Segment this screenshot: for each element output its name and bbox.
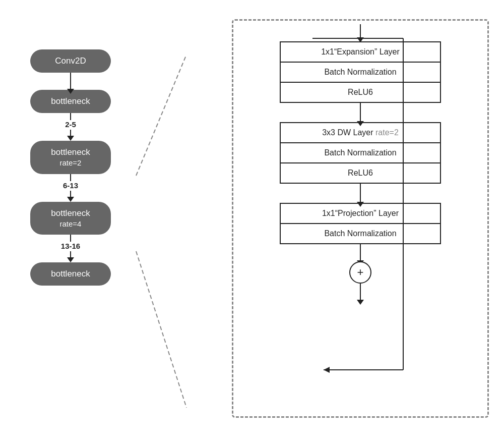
arrow-to-add bbox=[360, 244, 361, 261]
dw-layer-cell: 3x3 DW Layer rate=2 bbox=[281, 123, 440, 143]
batch-norm-1-cell: Batch Normalization bbox=[281, 63, 440, 83]
dw-group: 3x3 DW Layer rate=2 Batch Normalization … bbox=[280, 122, 441, 184]
bottleneck3-node: bottleneck rate=4 bbox=[30, 202, 111, 235]
expansion-group: 1x1“Expansion” Layer Batch Normalization… bbox=[280, 41, 441, 103]
arrow-between-2-3 bbox=[360, 184, 361, 203]
relu6-1-cell: ReLU6 bbox=[281, 83, 440, 102]
bottom-output-arrow bbox=[360, 284, 361, 301]
expansion-layer-cell: 1x1“Expansion” Layer bbox=[281, 42, 440, 63]
rate-text: rate=2 bbox=[375, 128, 399, 137]
bottleneck2-node: bottleneck rate=2 bbox=[30, 141, 111, 174]
svg-line-0 bbox=[136, 54, 186, 176]
right-content: 1x1“Expansion” Layer Batch Normalization… bbox=[232, 19, 489, 418]
batch-norm-2-cell: Batch Normalization bbox=[281, 143, 440, 163]
diagram-container: Conv2D bottleneck 2-5 bottleneck rate=2 bbox=[10, 9, 494, 433]
right-area: 1x1“Expansion” Layer Batch Normalization… bbox=[192, 9, 494, 433]
add-circle: + bbox=[349, 261, 371, 284]
projection-layer-cell: 1x1“Projection” Layer bbox=[281, 204, 440, 224]
arrow-1 bbox=[70, 73, 71, 90]
connector-area bbox=[131, 9, 192, 433]
relu6-2-cell: ReLU6 bbox=[281, 163, 440, 183]
svg-line-1 bbox=[136, 251, 186, 408]
batch-norm-3-cell: Batch Normalization bbox=[281, 224, 440, 243]
arrow-between-1-2 bbox=[360, 103, 361, 122]
connector-svg bbox=[131, 9, 192, 433]
arrow-2: 2-5 bbox=[65, 113, 76, 137]
bottleneck4-node: bottleneck bbox=[30, 262, 111, 286]
arrow-3: 6-13 bbox=[63, 174, 78, 198]
projection-group: 1x1“Projection” Layer Batch Normalizatio… bbox=[280, 203, 441, 244]
left-column: Conv2D bottleneck 2-5 bottleneck rate=2 bbox=[10, 9, 131, 286]
conv2d-node: Conv2D bbox=[30, 49, 111, 73]
arrow-4: 13-16 bbox=[61, 235, 80, 258]
top-input-arrow bbox=[360, 24, 361, 38]
